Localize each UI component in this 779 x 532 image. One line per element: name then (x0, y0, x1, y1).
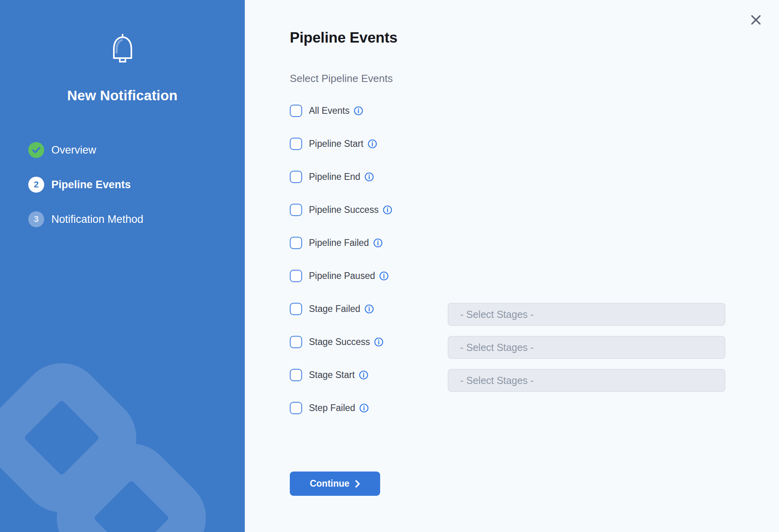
sidebar-step-notification-method[interactable]: 3Notification Method (28, 211, 245, 227)
event-label: Pipeline Start (309, 138, 363, 149)
checkbox-pipeline-paused[interactable] (290, 270, 302, 282)
new-notification-modal: New Notification Overview2Pipeline Event… (0, 0, 779, 532)
continue-label: Continue (310, 478, 349, 489)
step-number-badge: 2 (28, 177, 44, 193)
step-complete-badge (28, 142, 44, 158)
close-button[interactable] (747, 11, 765, 29)
event-label: Stage Start (309, 370, 355, 380)
event-row-pipeline-success: Pipeline Success (290, 193, 779, 226)
event-row-stage-success: Stage Success- Select Stages - (290, 325, 779, 359)
step-number-badge: 3 (28, 211, 44, 227)
step-label: Overview (51, 144, 96, 156)
event-label: Pipeline End (309, 171, 360, 182)
event-label: Pipeline Failed (309, 238, 369, 248)
event-label: Stage Success (309, 337, 370, 347)
continue-button[interactable]: Continue (290, 472, 380, 496)
checkbox-stage-success[interactable] (290, 336, 302, 348)
info-icon[interactable] (374, 337, 383, 347)
step-list: Overview2Pipeline Events3Notification Me… (0, 142, 245, 246)
event-row-pipeline-start: Pipeline Start (290, 127, 779, 160)
event-row-pipeline-paused: Pipeline Paused (290, 259, 779, 292)
info-icon[interactable] (379, 271, 389, 281)
checkbox-stage-failed[interactable] (290, 303, 302, 315)
event-label: Pipeline Paused (309, 271, 375, 281)
chevron-right-icon (355, 480, 360, 488)
wizard-title: New Notification (67, 88, 178, 103)
checkbox-pipeline-success[interactable] (290, 204, 302, 216)
event-label: All Events (309, 105, 349, 116)
info-icon[interactable] (368, 139, 377, 148)
pipeline-events-panel: Pipeline Events Select Pipeline Events A… (245, 0, 779, 532)
wizard-sidebar: New Notification Overview2Pipeline Event… (0, 0, 245, 532)
notification-bell-icon (109, 34, 136, 66)
info-icon[interactable] (359, 370, 368, 380)
stage-select-stage-success[interactable]: - Select Stages - (448, 336, 725, 359)
info-icon[interactable] (373, 238, 383, 247)
event-row-stage-failed: Stage Failed- Select Stages - (290, 292, 779, 325)
step-label: Notification Method (51, 213, 143, 226)
checkmark-icon (32, 146, 41, 154)
brand-watermark (0, 337, 245, 532)
info-icon[interactable] (383, 205, 392, 214)
checkbox-pipeline-failed[interactable] (290, 237, 302, 249)
event-label: Step Failed (309, 403, 355, 413)
event-row-step-failed: Step Failed (290, 392, 779, 425)
close-icon (751, 15, 761, 25)
sidebar-step-pipeline-events[interactable]: 2Pipeline Events (28, 177, 245, 193)
event-row-pipeline-failed: Pipeline Failed (290, 226, 779, 259)
sidebar-step-overview[interactable]: Overview (28, 142, 245, 158)
page-title: Pipeline Events (290, 29, 779, 46)
info-icon[interactable] (365, 172, 374, 181)
stage-select-stage-failed[interactable]: - Select Stages - (448, 303, 725, 325)
event-row-all-events: All Events (290, 94, 779, 127)
section-label: Select Pipeline Events (290, 72, 779, 85)
checkbox-pipeline-start[interactable] (290, 138, 302, 150)
checkbox-all-events[interactable] (290, 105, 302, 117)
info-icon[interactable] (359, 403, 369, 413)
event-list: All EventsPipeline StartPipeline EndPipe… (290, 94, 779, 425)
checkbox-pipeline-end[interactable] (290, 171, 302, 183)
info-icon[interactable] (354, 106, 363, 115)
checkbox-step-failed[interactable] (290, 402, 302, 414)
event-row-pipeline-end: Pipeline End (290, 160, 779, 193)
sidebar-content: New Notification Overview2Pipeline Event… (0, 0, 245, 246)
event-label: Pipeline Success (309, 205, 379, 215)
info-icon[interactable] (365, 304, 374, 314)
stage-select-stage-start[interactable]: - Select Stages - (448, 369, 725, 392)
step-label: Pipeline Events (51, 179, 131, 191)
checkbox-stage-start[interactable] (290, 369, 302, 381)
event-label: Stage Failed (309, 304, 360, 314)
event-row-stage-start: Stage Start- Select Stages - (290, 359, 779, 392)
